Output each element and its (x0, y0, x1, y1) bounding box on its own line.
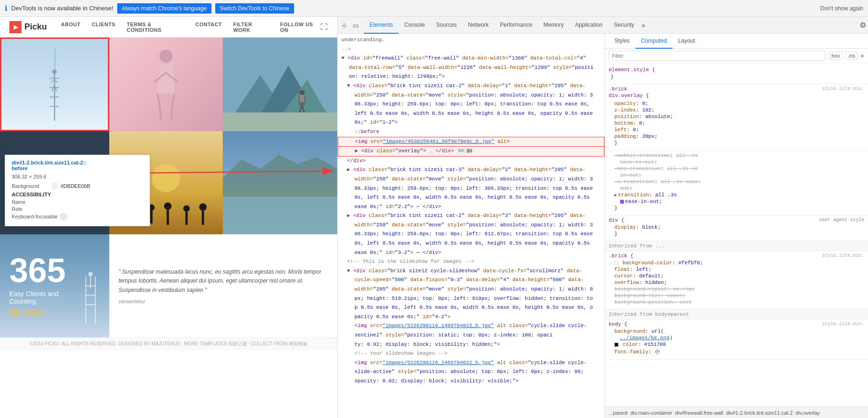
image-365[interactable]: 365 Easy Clients andCounting. BE ONE! (0, 234, 109, 337)
expand-icon[interactable]: ⛶ (320, 23, 328, 31)
image-grid: 365 Easy Clients andCounting. BE ONE! (0, 37, 337, 337)
html-line-3[interactable]: ▼ <div id="freewall" class="free-wall" d… (338, 54, 604, 63)
filter-hov-button[interactable]: :hov (828, 52, 843, 60)
html-line-img-active[interactable]: <img src="images/5226290116_1409794022_b… (338, 358, 604, 368)
html-line-img-sentinel-2: sentinel" style="position: static; top: … (338, 331, 604, 340)
html-line-img-sentinel[interactable]: <img src="images/5226290116_1409794022_b… (338, 321, 604, 331)
svg-line-7 (51, 79, 54, 83)
nav-filter[interactable]: FILTER WORK (233, 22, 269, 33)
image-blue-sky (1, 39, 108, 130)
styles-computed-panel: Styles Computed Layout :hov .cls + eleme… (605, 34, 868, 418)
svg-line-21 (302, 105, 304, 112)
breadcrumb-div-12[interactable]: div#1-2.brick.tint.size11.cat-2 (726, 410, 793, 416)
svg-rect-16 (223, 112, 337, 131)
html-line-cat2-2-2: width="250" data-state="move" style="pos… (338, 221, 604, 230)
breadcrumb-overlay[interactable]: div.overlay (796, 410, 820, 416)
image-cell-landscape[interactable] (223, 131, 337, 234)
image-mountain (223, 37, 337, 131)
html-panel[interactable]: understanding. --> ▼ <div id="freewall" … (338, 34, 605, 418)
tab-elements[interactable]: Elements (364, 17, 399, 34)
prop-opacity: opacity: 0; (609, 100, 864, 107)
image-cell-2[interactable] (109, 37, 223, 131)
breadcrumb-freewall[interactable]: div#freewall.free-wall (675, 410, 723, 416)
prop-padding: padding: 20px; (609, 133, 864, 140)
svg-rect-41 (223, 197, 337, 234)
styles-panel[interactable]: element.style { } .brick style.lite.min.… (605, 63, 868, 407)
inherited-from-label: Inherited from ... (605, 241, 868, 251)
device-icon[interactable]: ▭ (351, 21, 360, 30)
styles-filter-input[interactable] (609, 51, 825, 61)
nav-about[interactable]: ABOUT (61, 22, 81, 33)
devtools-sub-tabs: Styles Computed Layout (605, 34, 868, 49)
tab-sources[interactable]: Sources (430, 17, 462, 34)
tab-application[interactable]: Application (569, 17, 608, 34)
nav-contact[interactable]: CONTACT (196, 22, 222, 33)
tab-memory[interactable]: Memory (538, 17, 569, 34)
tab-security[interactable]: Security (608, 17, 640, 34)
style-rule-transition: -webkit-transition: all .3s ease-in-out;… (605, 150, 868, 216)
tooltip-element-name: div#1-2.brick.tint.size11.cat-2:: (12, 160, 87, 165)
nav-terms[interactable]: TERMS & CONDITIONS (127, 22, 184, 33)
image-cell-1[interactable] (0, 37, 109, 131)
prop-moz-transition-val: in-out; (609, 172, 864, 179)
prop-bg-pos: background-position: cent (609, 299, 864, 306)
html-line-cat2-2[interactable]: ▶ <div class="brick tint size11 cat-2" d… (338, 211, 604, 221)
more-tabs-icon[interactable]: » (640, 22, 647, 29)
tab-performance[interactable]: Performance (494, 17, 538, 34)
nav-follow[interactable]: FOLLOW US ON (280, 22, 320, 33)
image-girl (109, 37, 223, 131)
html-line-comment-slideshow: <!-- This is the slideshow for images --… (338, 257, 604, 267)
site-footer: ©2014 PICKU. ALL RIGHTS RESERVED. DESIGN… (0, 337, 337, 350)
main-container: ▶ Picku ABOUT CLIENTS TERMS & CONDITIONS… (0, 17, 868, 418)
prop-zindex: z-index: 102; (609, 107, 864, 113)
site-nav-links: ABOUT CLIENTS TERMS & CONDITIONS CONTACT… (61, 22, 320, 33)
style-rule-brick-overlay: .brick style.lite.min. div.overlay { opa… (605, 84, 868, 150)
html-line-6[interactable]: ▼ <div class="brick tint size11 cat-2" d… (338, 82, 604, 91)
html-line-close-div: </div> (338, 157, 604, 166)
svg-line-8 (54, 79, 58, 83)
prop-webkit-transition-val: ease-in-out; (609, 159, 864, 165)
tooltip-background-label: Background (12, 183, 49, 189)
cursor-icon[interactable]: ⊹ (340, 21, 349, 30)
tab-console[interactable]: Console (399, 17, 430, 34)
dont-show-again[interactable]: Don't show again (820, 5, 863, 12)
notif-text: DevTools is now available in Chinese! (11, 5, 113, 12)
footer-link-2[interactable]: 网页模板 (289, 341, 308, 346)
prop-transition: ▶transition: all .3s (609, 192, 864, 198)
svg-point-33 (164, 202, 172, 210)
html-line-img[interactable]: <img src="images/4538256461_96f9e70e9c_b… (338, 137, 604, 147)
style-selector-brick: .brick style.lite.min. (609, 86, 864, 92)
cta-365-text: BE ONE! (9, 309, 45, 319)
settings-icon[interactable]: ⚙ (860, 21, 866, 30)
svg-point-47 (88, 272, 93, 276)
breadcrumb-main-container[interactable]: div.main-container (630, 410, 672, 416)
devtools-body: understanding. --> ▼ <div id="freewall" … (338, 34, 868, 418)
tab-network[interactable]: Network (462, 17, 494, 34)
html-line-cat3-4: 0s, left 0.5s ease 0s, width 0.5s ease 0… (338, 193, 604, 202)
html-line-cycle[interactable]: ▼ <div class="brick size12 cycle-slidesh… (338, 267, 604, 276)
filter-add-button[interactable]: + (860, 52, 864, 60)
sub-tab-layout[interactable]: Layout (672, 34, 701, 49)
notification-bar: ℹ DevTools is now available in Chinese! … (0, 0, 868, 17)
html-line-overlay[interactable]: ▶ <div class="overlay"> … </div> == $0 (338, 147, 604, 157)
sub-tab-computed[interactable]: Computed (635, 34, 672, 49)
devtools-icon-group: ⊹ ▭ (340, 21, 360, 30)
tooltip-name-label: Name (12, 199, 49, 205)
nav-clients[interactable]: CLIENTS (92, 22, 116, 33)
match-language-button[interactable]: Always match Chrome's language (117, 3, 211, 14)
html-line-cat2-2-4: 0s, left 0.5s ease 0s, width 0.5s ease 0… (338, 239, 604, 248)
prop-left: left: 0; (609, 127, 864, 133)
html-line-cat3[interactable]: ▶ <div class="brick tint size11 cat-3" d… (338, 165, 604, 175)
sub-tab-styles[interactable]: Styles (609, 34, 635, 49)
html-line-comment-your: <!-- Your slideshow images --> (338, 349, 604, 358)
prop-bg-size: background-size: cover; (609, 292, 864, 299)
ua-style-label: user agent style (819, 217, 864, 223)
prop-transition-ease: ease-in-out; (609, 198, 864, 205)
breadcrumb-parent[interactable]: ...parent (609, 410, 627, 416)
filter-cls-button[interactable]: .cls (845, 52, 858, 60)
switch-devtools-button[interactable]: Switch DevTools to Chinese (215, 3, 294, 14)
prop-body-color: color: #151708 (609, 341, 864, 348)
prop-bg-color: background-color: #fefbf0; (609, 260, 864, 266)
footer-link-1[interactable]: 招财之家 (228, 341, 247, 346)
image-cell-3[interactable] (223, 37, 337, 131)
